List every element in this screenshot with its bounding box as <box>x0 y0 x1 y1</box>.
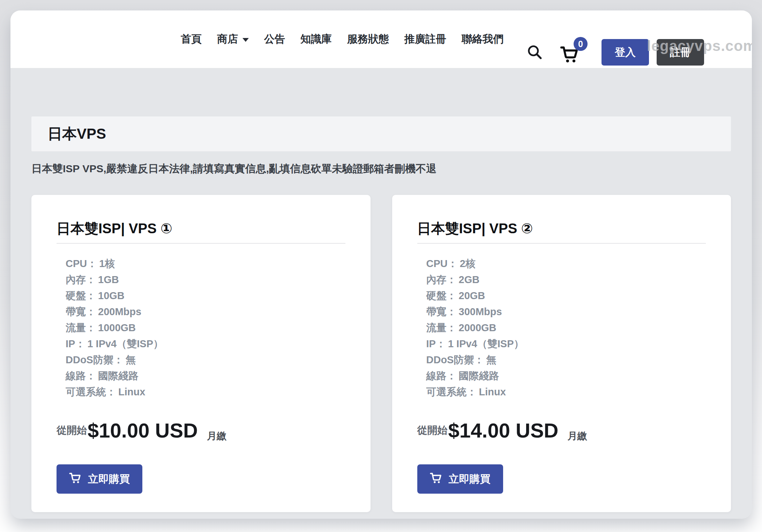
nav-item-label: 知識庫 <box>300 32 332 46</box>
nav-item-announcements[interactable]: 公告 <box>264 32 285 46</box>
spec-label: 硬盤： <box>66 290 96 301</box>
spec-label: 流量： <box>66 322 96 333</box>
spec-value: 1 IPv4（雙ISP） <box>87 338 163 349</box>
spec-row: DDoS防禦：無 <box>426 352 706 368</box>
order-now-button[interactable]: 立即購買 <box>57 464 142 494</box>
nav-item-label: 首頁 <box>181 32 202 46</box>
nav-item-home[interactable]: 首頁 <box>181 32 202 46</box>
spec-label: 線路： <box>66 370 96 381</box>
nav-item-label: 公告 <box>264 32 285 46</box>
spec-label: 可選系統： <box>426 386 477 397</box>
billing-cycle: 月繳 <box>567 430 587 443</box>
product-card-list: 日本雙ISP| VPS ① CPU：1核 內存：1GB 硬盤：10GB 帶寬：2… <box>31 195 731 512</box>
product-title: 日本雙ISP| VPS ② <box>417 220 706 237</box>
spec-list: CPU：1核 內存：1GB 硬盤：10GB 帶寬：200Mbps 流量：1000… <box>57 256 345 400</box>
spec-value: 1 IPv4（雙ISP） <box>448 338 524 349</box>
spec-label: 帶寬： <box>426 306 457 317</box>
spec-row: 帶寬：200Mbps <box>66 304 345 320</box>
spec-value: Linux <box>118 386 145 397</box>
nav-item-label: 推廣註冊 <box>404 32 446 46</box>
spec-value: 2核 <box>460 258 476 269</box>
spec-label: DDoS防禦： <box>426 354 484 365</box>
cart-icon <box>69 472 82 486</box>
spec-value: 國際綫路 <box>98 370 139 381</box>
spec-label: 線路： <box>426 370 457 381</box>
page-header-panel: 日本VPS <box>31 116 731 151</box>
spec-value: Linux <box>479 386 506 397</box>
divider <box>417 243 706 244</box>
order-now-button[interactable]: 立即購買 <box>417 464 503 494</box>
order-button-label: 立即購買 <box>88 472 130 486</box>
nav-menu: 首頁 商店 公告 知識庫 服務狀態 推廣註冊 聯絡我們 <box>181 10 503 68</box>
spec-row: 線路：國際綫路 <box>426 368 706 384</box>
order-button-label: 立即購買 <box>449 472 491 486</box>
page-title: 日本VPS <box>47 124 106 144</box>
spec-row: 硬盤：20GB <box>426 288 706 304</box>
spec-value: 20GB <box>459 290 485 301</box>
nav-item-affiliates[interactable]: 推廣註冊 <box>404 32 446 46</box>
price: $14.00 USD <box>448 419 559 442</box>
login-button[interactable]: 登入 <box>602 39 649 66</box>
notice-text: 日本雙ISP VPS,嚴禁違反日本法律,請填寫真實信息,亂填信息砍單未驗證郵箱者… <box>31 162 731 176</box>
spec-row: 硬盤：10GB <box>66 288 345 304</box>
spec-value: 1GB <box>98 274 119 285</box>
billing-cycle: 月繳 <box>207 430 226 443</box>
nav-item-label: 服務狀態 <box>347 32 389 46</box>
cart-icon <box>430 472 442 486</box>
nav-item-network-status[interactable]: 服務狀態 <box>347 32 389 46</box>
spec-label: CPU： <box>426 258 458 269</box>
spec-value: 2000GB <box>459 322 496 333</box>
cart-button[interactable]: 0 <box>560 45 580 64</box>
product-title: 日本雙ISP| VPS ① <box>57 220 345 237</box>
spec-row: IP：1 IPv4（雙ISP） <box>426 336 706 352</box>
price-row: 從開始 $10.00 USD 月繳 <box>57 419 345 442</box>
spec-row: 可選系統：Linux <box>66 384 345 400</box>
spec-label: CPU： <box>66 258 97 269</box>
cart-count-badge: 0 <box>574 37 588 51</box>
spec-value: 300Mbps <box>459 306 502 317</box>
spec-value: 1000GB <box>98 322 136 333</box>
spec-value: 10GB <box>98 290 125 301</box>
product-card: 日本雙ISP| VPS ② CPU：2核 內存：2GB 硬盤：20GB 帶寬：3… <box>392 195 731 512</box>
spec-value: 無 <box>486 354 496 365</box>
spec-label: 內存： <box>66 274 96 285</box>
price-row: 從開始 $14.00 USD 月繳 <box>417 419 706 442</box>
spec-value: 1核 <box>99 258 115 269</box>
spec-label: 內存： <box>426 274 457 285</box>
spec-label: 可選系統： <box>66 386 116 397</box>
spec-row: IP：1 IPv4（雙ISP） <box>66 336 345 352</box>
spec-row: CPU：2核 <box>426 256 706 272</box>
spec-row: 內存：1GB <box>66 272 345 288</box>
divider <box>57 243 345 244</box>
spec-value: 2GB <box>459 274 480 285</box>
spec-label: 硬盤： <box>426 290 457 301</box>
site-window: 首頁 商店 公告 知識庫 服務狀態 推廣註冊 聯絡我們 0 登入 註冊 lega… <box>10 10 752 519</box>
price-prefix: 從開始 <box>57 424 87 438</box>
spec-row: 帶寬：300Mbps <box>426 304 706 320</box>
search-button[interactable] <box>526 44 543 61</box>
nav-item-knowledgebase[interactable]: 知識庫 <box>300 32 332 46</box>
product-card: 日本雙ISP| VPS ① CPU：1核 內存：1GB 硬盤：10GB 帶寬：2… <box>31 195 371 512</box>
spec-value: 無 <box>126 354 136 365</box>
spec-row: 流量：2000GB <box>426 320 706 336</box>
price: $10.00 USD <box>88 419 198 442</box>
nav-item-store[interactable]: 商店 <box>217 32 249 46</box>
caret-down-icon <box>242 38 249 42</box>
spec-value: 200Mbps <box>98 306 141 317</box>
spec-row: 內存：2GB <box>426 272 706 288</box>
spec-list: CPU：2核 內存：2GB 硬盤：20GB 帶寬：300Mbps 流量：2000… <box>417 256 706 400</box>
search-icon <box>526 56 543 61</box>
cart-icon <box>560 59 579 64</box>
navbar: 首頁 商店 公告 知識庫 服務狀態 推廣註冊 聯絡我們 0 登入 註冊 <box>10 10 752 68</box>
spec-label: 流量： <box>426 322 457 333</box>
nav-item-contact[interactable]: 聯絡我們 <box>462 32 503 46</box>
spec-label: IP： <box>426 338 446 349</box>
nav-item-label: 聯絡我們 <box>462 32 503 46</box>
spec-row: CPU：1核 <box>66 256 345 272</box>
spec-row: DDoS防禦：無 <box>66 352 345 368</box>
register-button[interactable]: 註冊 <box>657 39 704 66</box>
spec-row: 線路：國際綫路 <box>66 368 345 384</box>
nav-item-label: 商店 <box>217 32 238 46</box>
spec-label: IP： <box>66 338 85 349</box>
spec-row: 流量：1000GB <box>66 320 345 336</box>
